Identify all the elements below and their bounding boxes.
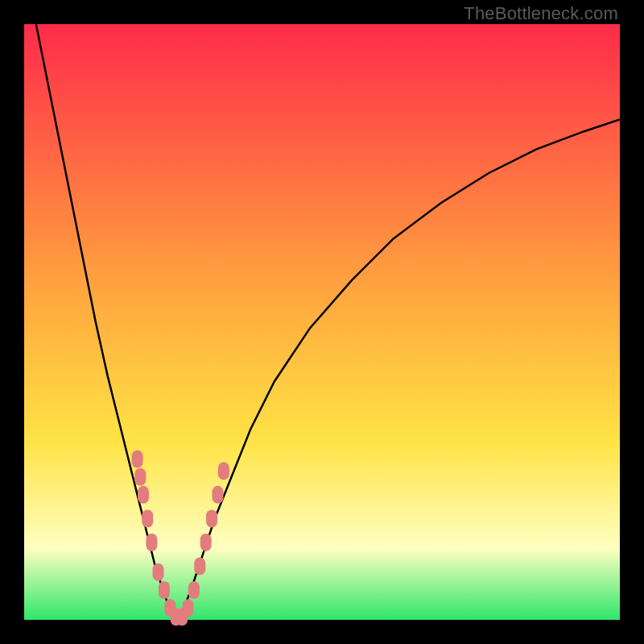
marker-point: [134, 468, 146, 485]
marker-point: [132, 450, 143, 468]
marker-point: [213, 486, 224, 504]
marker-point: [188, 581, 200, 599]
marker-point: [200, 534, 212, 551]
chart-svg: [0, 0, 644, 644]
marker-point: [218, 462, 229, 480]
marker-point: [142, 510, 153, 527]
marker-point: [194, 557, 205, 575]
chart-frame: TheBottleneck.com: [0, 0, 644, 644]
curve-left-branch: [36, 24, 180, 620]
curve-right-branch: [179, 119, 620, 620]
marker-point: [159, 581, 170, 599]
marker-point: [153, 564, 164, 581]
marker-point: [206, 510, 217, 527]
marker-point: [146, 534, 157, 551]
marker-point: [138, 486, 149, 504]
marker-point: [183, 599, 194, 617]
